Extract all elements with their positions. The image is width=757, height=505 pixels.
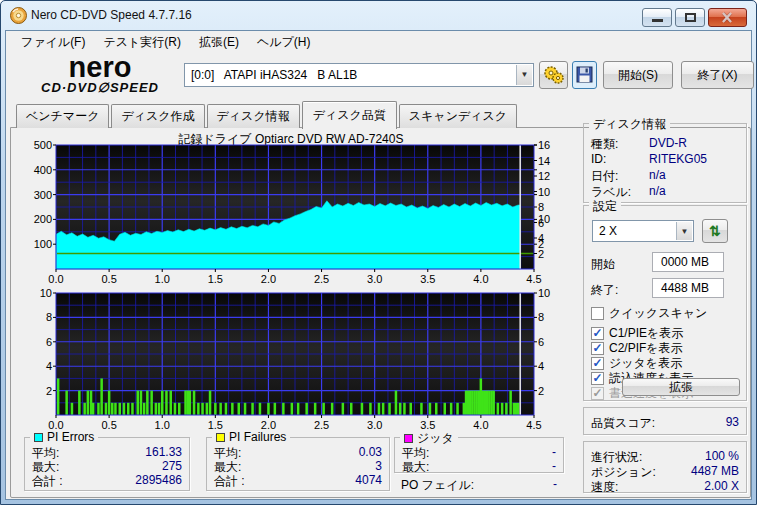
- minimize-button[interactable]: [642, 8, 672, 27]
- chevron-down-icon[interactable]: ▼: [516, 65, 532, 85]
- checkbox-show-c2-pif[interactable]: ✓C2/PIFを表示: [591, 341, 683, 356]
- disc-info-label: 種類:: [591, 136, 618, 153]
- po-failures-value: -: [553, 477, 557, 491]
- end-position-field[interactable]: 4488 MB: [652, 278, 724, 298]
- pi-errors-stats-box: PI Errors平均:161.33最大:275合計 :2895486: [24, 437, 190, 491]
- checkbox-show-c1-pie-box[interactable]: ✓: [591, 327, 604, 340]
- tab-strip: ベンチマークディスク作成ディスク情報ディスク品質スキャンディスク: [16, 105, 519, 128]
- maximize-button[interactable]: [675, 8, 705, 27]
- options-button[interactable]: [539, 61, 568, 89]
- toolbar: nero CD·DVD∅SPEED [0:0] ATAPI iHAS324 B …: [6, 53, 751, 103]
- pi-errors-row: 合計 :2895486: [32, 473, 182, 487]
- refresh-button[interactable]: ⇅: [702, 219, 728, 243]
- pi-failures-legend-swatch: [216, 433, 225, 442]
- progress-box: 進行状況:100 %ポジション:4487 MB速度:2.00 X: [583, 441, 747, 493]
- svg-text:4.0: 4.0: [473, 419, 488, 431]
- svg-text:2: 2: [46, 385, 52, 397]
- quality-score-box: 品質スコア: 93: [583, 407, 747, 435]
- client-area: ファイル(F)テスト実行(R)拡張(E)ヘルプ(H) nero CD·DVD∅S…: [5, 30, 752, 500]
- pi-errors-legend: PI Errors: [30, 430, 98, 444]
- pi-failures-value: 0.03: [359, 445, 382, 459]
- po-failures-row: PO フェイル: -: [401, 477, 564, 494]
- pi-errors-chart: 1002200103004005000.00.51.01.52.02.53.03…: [16, 141, 556, 289]
- menu-bar: ファイル(F)テスト実行(R)拡張(E)ヘルプ(H): [6, 31, 751, 53]
- quality-score-label: 品質スコア:: [591, 415, 655, 432]
- svg-text:1.0: 1.0: [155, 419, 170, 431]
- disc-info-label: ID:: [591, 152, 606, 166]
- menu-item-help[interactable]: ヘルプ(H): [248, 31, 320, 54]
- pi-failures-value: 4074: [355, 473, 382, 487]
- pi-errors-value: 161.33: [145, 445, 182, 459]
- nero-logo-product: CD·DVD∅SPEED: [20, 80, 180, 95]
- menu-item-extra[interactable]: 拡張(E): [190, 31, 248, 54]
- svg-text:10: 10: [538, 186, 550, 198]
- pi-errors-row: 最大:275: [32, 459, 182, 473]
- jitter-value: -: [552, 459, 556, 473]
- progress-row: 進行状況:100 %: [591, 449, 739, 463]
- nero-logo-brand: nero: [20, 54, 180, 80]
- speed-select[interactable]: 2 X ▼: [592, 220, 694, 242]
- jitter-stats-box: ジッタ平均:-最大:-: [394, 437, 564, 473]
- progress-label: 速度:: [591, 479, 618, 496]
- svg-text:400: 400: [34, 164, 52, 176]
- pi-failures-chart: 2244668810100.00.51.01.52.02.53.03.54.04…: [16, 289, 556, 435]
- po-failures-label: PO フェイル:: [401, 478, 474, 492]
- svg-text:100: 100: [34, 238, 52, 250]
- disc-info-row: ラベル:n/a: [591, 184, 739, 198]
- tab-scandisc[interactable]: スキャンディスク: [399, 104, 517, 128]
- svg-text:2: 2: [538, 248, 544, 260]
- svg-text:2.0: 2.0: [261, 273, 276, 285]
- svg-text:1.5: 1.5: [208, 273, 223, 285]
- advanced-button[interactable]: 拡張: [622, 378, 740, 396]
- disc-info-label: 日付:: [591, 168, 618, 185]
- save-icon: [573, 62, 596, 88]
- svg-text:4.5: 4.5: [526, 419, 541, 431]
- svg-text:4: 4: [538, 360, 544, 372]
- svg-text:14: 14: [538, 155, 550, 167]
- svg-text:3.0: 3.0: [367, 419, 382, 431]
- close-button[interactable]: [708, 8, 747, 27]
- quality-score-value: 93: [726, 415, 739, 429]
- checkbox-show-c1-pie[interactable]: ✓C1/PIEを表示: [591, 326, 683, 341]
- start-button[interactable]: 開始(S): [603, 61, 673, 89]
- svg-text:6: 6: [538, 217, 544, 229]
- pi-failures-value: 3: [375, 459, 382, 473]
- svg-text:4.0: 4.0: [473, 273, 488, 285]
- checkbox-quick-scan-box[interactable]: [591, 307, 604, 320]
- pi-errors-value: 2895486: [135, 473, 182, 487]
- svg-text:10: 10: [40, 289, 52, 299]
- progress-row: ポジション:4487 MB: [591, 464, 739, 478]
- svg-text:6: 6: [538, 336, 544, 348]
- checkbox-show-jitter[interactable]: ✓ジッタを表示: [591, 356, 682, 371]
- close-icon: [709, 9, 746, 26]
- drive-select[interactable]: [0:0] ATAPI iHAS324 B AL1B ▼: [184, 63, 534, 87]
- jitter-label: 最大:: [402, 459, 429, 476]
- tab-disc-quality[interactable]: ディスク品質: [302, 101, 397, 129]
- tab-disc-create[interactable]: ディスク作成: [111, 104, 204, 128]
- pi-errors-value: 275: [162, 459, 182, 473]
- pi-failures-stats-box: PI Failures平均:0.03最大:3合計 :4074: [206, 437, 390, 491]
- title-bar: Nero CD-DVD Speed 4.7.7.16: [1, 1, 756, 30]
- checkbox-show-read-speed-box[interactable]: ✓: [591, 372, 604, 385]
- pi-errors-label: 合計 :: [32, 473, 63, 490]
- pi-failures-row: 合計 :4074: [214, 473, 382, 487]
- disc-info-value: n/a: [649, 168, 666, 182]
- svg-text:2.5: 2.5: [314, 419, 329, 431]
- chevron-down-icon[interactable]: ▼: [676, 222, 692, 240]
- pi-failures-row: 最大:3: [214, 459, 382, 473]
- disc-info-row: ID:RITEKG05: [591, 152, 739, 166]
- progress-value: 2.00 X: [704, 479, 739, 493]
- checkbox-quick-scan[interactable]: クイックスキャン: [591, 306, 707, 321]
- tab-disc-info[interactable]: ディスク情報: [207, 104, 300, 128]
- save-button[interactable]: [572, 61, 597, 89]
- svg-text:1.0: 1.0: [155, 273, 170, 285]
- svg-text:3.0: 3.0: [367, 273, 382, 285]
- checkbox-show-write-speed-box[interactable]: ✓: [591, 387, 604, 400]
- start-position-field[interactable]: 0000 MB: [652, 252, 724, 272]
- svg-text:2: 2: [538, 385, 544, 397]
- exit-button[interactable]: 終了(X): [681, 61, 754, 89]
- checkbox-show-c2-pif-box[interactable]: ✓: [591, 342, 604, 355]
- svg-text:4.5: 4.5: [526, 273, 541, 285]
- tab-benchmark[interactable]: ベンチマーク: [16, 104, 109, 128]
- checkbox-show-jitter-box[interactable]: ✓: [591, 357, 604, 370]
